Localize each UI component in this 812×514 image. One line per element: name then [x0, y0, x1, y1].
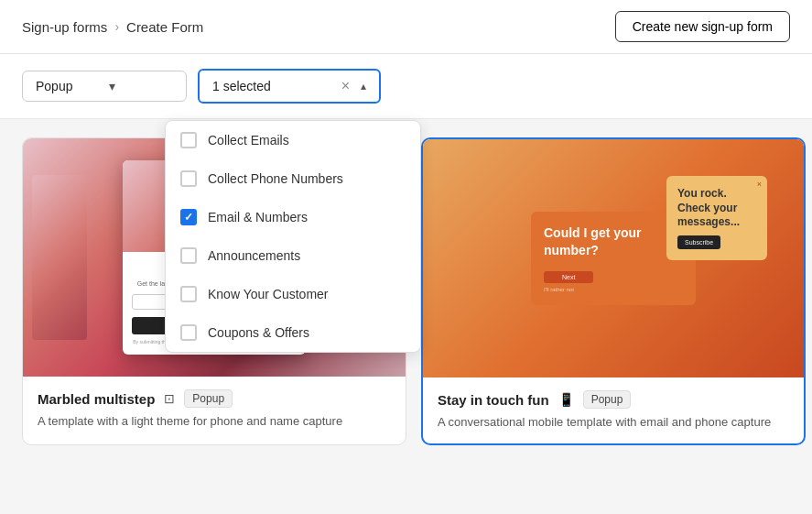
card-description-marbled: A template with a light theme for phone …	[38, 413, 391, 430]
card-title-row-orange: Stay in touch fun 📱 Popup	[438, 390, 789, 409]
checkbox-coupons-offers[interactable]	[180, 324, 197, 341]
menu-label-coupons-offers: Coupons & Offers	[208, 325, 309, 340]
type-dropdown[interactable]: Popup ▾	[22, 71, 187, 102]
checkbox-email-numbers[interactable]	[180, 209, 197, 225]
card-info-marbled: Marbled multistep ⊡ Popup A template wit…	[23, 377, 406, 443]
menu-label-email-numbers: Email & Numbers	[208, 210, 308, 224]
filter-dropdown[interactable]: 1 selected × ▴	[198, 69, 381, 104]
menu-item-announcements[interactable]: Announcements	[166, 236, 420, 275]
breadcrumb-separator: ›	[114, 19, 119, 34]
header: Sign-up forms › Create Form Create new s…	[0, 0, 812, 54]
orange-next-button: Next	[544, 271, 593, 283]
checkbox-know-customer[interactable]	[180, 286, 197, 302]
breadcrumb-signupforms[interactable]: Sign-up forms	[22, 19, 107, 35]
menu-item-email-numbers[interactable]: Email & Numbers	[166, 198, 420, 236]
card-title-row: Marbled multistep ⊡ Popup	[38, 389, 391, 408]
menu-label-collect-phone: Collect Phone Numbers	[208, 171, 343, 186]
checkbox-announcements[interactable]	[180, 247, 197, 264]
card-stay-in-touch[interactable]: × Could I get your number? Next I'll rat…	[421, 137, 806, 445]
toolbar: Popup ▾ 1 selected × ▴ Collect Emails Co…	[0, 54, 812, 119]
menu-label-announcements: Announcements	[208, 248, 300, 263]
orange-no-thanks: I'll rather not	[544, 287, 683, 292]
card-description-orange: A conversational mobile template with em…	[438, 414, 789, 431]
orange-side-panel: × You rock.Check your messages... Subscr…	[666, 176, 767, 260]
menu-label-collect-emails: Collect Emails	[208, 133, 289, 148]
side-panel-left	[32, 175, 87, 340]
menu-item-coupons-offers[interactable]: Coupons & Offers	[166, 313, 420, 352]
type-dropdown-chevron-icon: ▾	[109, 79, 115, 93]
checkbox-collect-phone[interactable]	[180, 170, 197, 187]
filter-chevron-up-icon[interactable]: ▴	[361, 80, 366, 93]
card-preview-orange: × Could I get your number? Next I'll rat…	[423, 139, 804, 377]
orange-subscribe-button: Subscribe	[677, 235, 720, 249]
breadcrumb-createform: Create Form	[126, 19, 203, 35]
menu-item-collect-phone[interactable]: Collect Phone Numbers	[166, 159, 420, 198]
checkbox-collect-emails[interactable]	[180, 132, 197, 148]
card-badge-orange: Popup	[583, 390, 632, 409]
filter-clear-icon[interactable]: ×	[338, 78, 353, 94]
desktop-icon: ⊡	[164, 391, 175, 406]
filter-menu: Collect Emails Collect Phone Numbers Ema…	[165, 120, 421, 353]
card-badge-marbled: Popup	[184, 389, 233, 408]
orange-title: Could I get your number?	[544, 224, 683, 257]
menu-label-know-customer: Know Your Customer	[208, 287, 329, 301]
mobile-icon: 📱	[558, 392, 574, 407]
type-dropdown-value: Popup	[36, 79, 72, 93]
card-info-orange: Stay in touch fun 📱 Popup A conversation…	[423, 377, 804, 443]
card-title-marbled: Marbled multistep	[38, 391, 155, 407]
menu-item-know-customer[interactable]: Know Your Customer	[166, 275, 420, 313]
create-new-form-button[interactable]: Create new sign-up form	[615, 11, 790, 42]
menu-item-collect-emails[interactable]: Collect Emails	[166, 121, 420, 159]
orange-side-title: You rock.Check your messages...	[677, 187, 756, 230]
card-title-orange: Stay in touch fun	[438, 392, 549, 408]
breadcrumb: Sign-up forms › Create Form	[22, 19, 203, 35]
filter-selected-label: 1 selected	[212, 79, 330, 93]
